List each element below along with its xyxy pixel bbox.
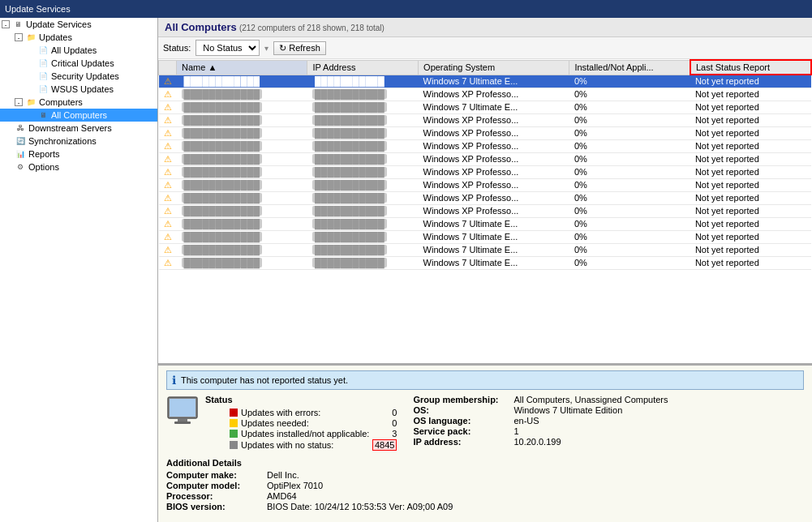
ip-cell: ███████████ xyxy=(307,204,419,217)
os-cell: Windows 7 Ultimate E... xyxy=(419,101,569,113)
installed-cell: 0% xyxy=(569,139,690,152)
sidebar-item-all-updates[interactable]: 📄 All Updates xyxy=(0,44,157,57)
warning-icon: ⚠ xyxy=(164,154,172,164)
warning-icon: ⚠ xyxy=(164,102,172,112)
col-header-installed[interactable]: Installed/Not Appli... xyxy=(569,60,690,75)
name-cell: ████████████ xyxy=(177,165,307,178)
last_status-cell: Not yet reported xyxy=(690,126,811,139)
list-icon: 📄 xyxy=(37,58,49,69)
warning-icon: ⚠ xyxy=(164,76,172,86)
last_status-cell: Not yet reported xyxy=(690,256,811,269)
warning-icon: ⚠ xyxy=(164,219,172,229)
table-row[interactable]: ⚠███████████████████████Windows XP Profe… xyxy=(159,88,812,101)
ip-cell: ███████████ xyxy=(307,139,419,152)
last_status-cell: Not yet reported xyxy=(690,204,811,217)
sidebar-item-update-services[interactable]: - 🖥 Update Services xyxy=(0,18,157,31)
sidebar-item-options[interactable]: ⚙ Options xyxy=(0,160,157,173)
table-row[interactable]: ⚠███████████████████████Windows XP Profe… xyxy=(159,126,812,139)
detail-value: BIOS Date: 10/24/12 10:53:53 Ver: A09;00… xyxy=(267,502,804,511)
table-row[interactable]: ⚠███████████████████████Windows 7 Ultima… xyxy=(159,230,812,243)
sync-icon: 🔄 xyxy=(15,135,26,147)
name-cell: ████████████ xyxy=(177,204,307,217)
table-row[interactable]: ⚠███████████████████████Windows XP Profe… xyxy=(159,139,812,152)
status-select[interactable]: No Status xyxy=(195,40,260,56)
warning-icon: ⚠ xyxy=(164,206,172,216)
sidebar-label: Synchronizations xyxy=(28,136,97,146)
sidebar-item-wsus-updates[interactable]: 📄 WSUS Updates xyxy=(0,83,157,96)
col-header-name[interactable]: Name ▲ xyxy=(177,60,307,75)
sidebar-item-reports[interactable]: 📊 Reports xyxy=(0,148,157,160)
last_status-cell: Not yet reported xyxy=(690,88,811,101)
list-icon: 📄 xyxy=(37,45,49,56)
installed-cell: 0% xyxy=(569,243,690,256)
last_status-cell: Not yet reported xyxy=(690,101,811,113)
status-dot xyxy=(230,430,238,438)
table-row[interactable]: ⚠███████████████████████Windows XP Profe… xyxy=(159,113,812,126)
sidebar-item-critical-updates[interactable]: 📄 Critical Updates xyxy=(0,57,157,70)
table-row[interactable]: ⚠███████████████████████Windows XP Profe… xyxy=(159,191,812,204)
warn-cell: ⚠ xyxy=(159,101,177,113)
expand-icon[interactable]: - xyxy=(2,20,10,28)
server-icon: 🖧 xyxy=(15,122,26,134)
table-row[interactable]: ⚠███████████████████████Windows 7 Ultima… xyxy=(159,101,812,113)
expand-icon[interactable]: - xyxy=(15,98,23,106)
name-cell: ████████████ xyxy=(177,113,307,126)
service-pack-value: 1 xyxy=(513,426,804,436)
sidebar-item-synchronizations[interactable]: 🔄 Synchronizations xyxy=(0,135,157,148)
refresh-button[interactable]: ↻ Refresh xyxy=(273,41,326,55)
col-header-last-status[interactable]: Last Status Report xyxy=(690,60,811,75)
os-cell: Windows XP Professo... xyxy=(419,191,569,204)
table-row[interactable]: ⚠███████████████████████Windows 7 Ultima… xyxy=(159,217,812,230)
ip-cell: ███████████ xyxy=(307,113,419,126)
warn-cell: ⚠ xyxy=(159,165,177,178)
additional-title: Additional Details xyxy=(166,458,804,468)
last_status-cell: Not yet reported xyxy=(690,217,811,230)
col-header-os[interactable]: Operating System xyxy=(419,60,569,75)
table-row[interactable]: ⚠███████████████████████Windows 7 Ultima… xyxy=(159,256,812,269)
warn-cell: ⚠ xyxy=(159,152,177,165)
table-row[interactable]: ⚠███████████████████████Windows 7 Ultima… xyxy=(159,243,812,256)
os-cell: Windows XP Professo... xyxy=(419,204,569,217)
detail-label: Computer model: xyxy=(166,481,264,490)
name-cell: ████████████ xyxy=(177,191,307,204)
warn-cell: ⚠ xyxy=(159,75,177,88)
app-container: Update Services - 🖥 Update Services - 📁 … xyxy=(0,0,812,522)
table-row[interactable]: ⚠███████████████████████Windows XP Profe… xyxy=(159,204,812,217)
refresh-label: Refresh xyxy=(289,43,320,53)
folder-icon: 📁 xyxy=(25,96,37,108)
last_status-cell: Not yet reported xyxy=(690,75,811,88)
col-header-ip[interactable]: IP Address xyxy=(307,60,419,75)
os-cell: Windows 7 Ultimate E... xyxy=(419,75,569,88)
expand-icon[interactable]: - xyxy=(15,33,23,41)
status-dot xyxy=(230,419,238,427)
sidebar-label: WSUS Updates xyxy=(51,84,114,94)
table-row[interactable]: ⚠███████████████████████Windows XP Profe… xyxy=(159,165,812,178)
sidebar-item-downstream[interactable]: 🖧 Downstream Servers xyxy=(0,122,157,135)
sidebar-item-security-updates[interactable]: 📄 Security Updates xyxy=(0,70,157,83)
status-rows: Updates with errors: 0 Updates needed: 0… xyxy=(230,408,397,451)
installed-cell: 0% xyxy=(569,165,690,178)
info-message: This computer has not reported status ye… xyxy=(181,375,348,385)
name-cell: ████████████ xyxy=(177,178,307,191)
computers-table-wrapper[interactable]: Name ▲ IP Address Operating System Insta… xyxy=(158,59,812,364)
sidebar-item-computers[interactable]: - 📁 Computers xyxy=(0,96,157,109)
sidebar-item-updates[interactable]: - 📁 Updates xyxy=(0,31,157,44)
warning-icon: ⚠ xyxy=(164,258,172,267)
sidebar-label: Downstream Servers xyxy=(28,123,112,133)
detail-value: Dell Inc. xyxy=(267,470,804,480)
table-row[interactable]: ⚠███████████████████████Windows XP Profe… xyxy=(159,152,812,165)
table-row[interactable]: ⚠███████████████████████Windows XP Profe… xyxy=(159,178,812,191)
installed-cell: 0% xyxy=(569,217,690,230)
table-row[interactable]: ⚠███████████████████████Windows 7 Ultima… xyxy=(159,75,812,88)
detail-label: Processor: xyxy=(166,491,264,501)
last_status-cell: Not yet reported xyxy=(690,139,811,152)
os-cell: Windows XP Professo... xyxy=(419,178,569,191)
sort-asc-icon: ▲ xyxy=(208,62,217,72)
status-row: Updates with no status: 4845 xyxy=(230,439,397,451)
sidebar-item-all-computers[interactable]: 🖥 All Computers xyxy=(0,109,157,122)
os-cell: Windows XP Professo... xyxy=(419,113,569,126)
server-icon: 🖥 xyxy=(12,19,24,30)
col-header-warn[interactable] xyxy=(159,60,177,75)
warn-cell: ⚠ xyxy=(159,113,177,126)
sidebar-label: All Updates xyxy=(51,45,97,55)
